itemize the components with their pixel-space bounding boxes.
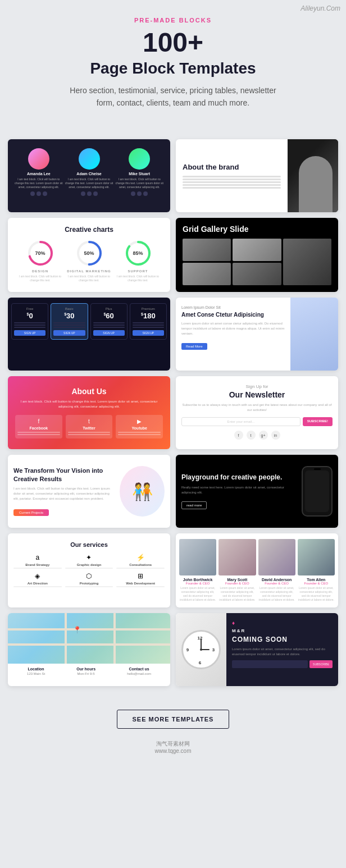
chart-item-2: 50% DIGITAL MARKETING I am text block. C… bbox=[65, 239, 113, 282]
pricing-signup-btn-1[interactable]: SIGN UP bbox=[14, 330, 45, 336]
team-members-row: Amanda Lee I am text block. Click will b… bbox=[13, 148, 165, 196]
chart-label-1: DESIGN bbox=[16, 269, 65, 273]
tm-photo-4 bbox=[298, 539, 335, 575]
pricing-lines-2 bbox=[53, 322, 85, 328]
map-location-label: Location bbox=[27, 667, 45, 671]
pricing-lines-3 bbox=[93, 322, 125, 328]
map-item-location: Location 123 Main St bbox=[27, 667, 45, 675]
tm-card-3: David Anderson Founder & CEO Lorem ipsum… bbox=[258, 539, 295, 602]
s-line bbox=[68, 434, 111, 435]
tm-card-2: Mary Scott Founder & CEO Lorem ipsum dol… bbox=[218, 539, 256, 602]
people-icon: 🧑‍🤝‍🧑 bbox=[132, 482, 153, 501]
s-line bbox=[118, 432, 161, 433]
clock-side: 12 3 6 9 bbox=[176, 613, 226, 686]
service-consultations: ⚡ Consultations bbox=[116, 554, 165, 569]
service-name-2: Graphic design bbox=[65, 563, 113, 567]
phone-mockup bbox=[302, 466, 333, 517]
p-line bbox=[133, 325, 164, 326]
chart-circle-1: 70% bbox=[26, 239, 54, 267]
pricing-signup-btn-4[interactable]: SIGN UP bbox=[133, 330, 164, 336]
youtube-icon: ▶ bbox=[118, 418, 161, 424]
chart-item-3: 85% SUPPORT I am text block. Click will … bbox=[113, 239, 162, 282]
coming-soon-text-area: ♦ M&R COMING SOON Lorem ipsum dolor sit … bbox=[226, 613, 338, 686]
member-2-desc: I am text block. Click will button to ch… bbox=[64, 177, 115, 189]
svg-text:9: 9 bbox=[186, 647, 189, 652]
map-footer: Location 123 Main St Our hours Mon-Fri 9… bbox=[8, 664, 170, 679]
pricing-col-plus: Plus $60 SIGN UP bbox=[90, 303, 128, 340]
member-3-socials bbox=[114, 191, 165, 196]
p-line bbox=[53, 322, 85, 323]
chart-percent-3: 85% bbox=[133, 250, 143, 256]
see-more-button[interactable]: SEE MORE TEMPLATES bbox=[117, 710, 229, 729]
map-card: 📍 Location 123 Main St Our hours Mon-Fri… bbox=[8, 613, 170, 686]
tm-photo-2 bbox=[218, 539, 256, 575]
chart-circle-2: 50% bbox=[75, 239, 103, 267]
nsocial-facebook[interactable]: f bbox=[234, 431, 243, 440]
gallery-cell-3 bbox=[283, 239, 331, 285]
tm-role-3: Founder & CEO bbox=[258, 582, 295, 585]
line-2 bbox=[183, 179, 281, 180]
social-dot bbox=[137, 191, 142, 196]
p-line bbox=[14, 325, 45, 326]
map-pin: 📍 bbox=[73, 626, 81, 634]
newsletter-desc: Subscribe to us to always stay in touch … bbox=[181, 403, 333, 413]
tm-card-1: John Borthwick Founder & CEO Lorem ipsum… bbox=[179, 539, 216, 602]
service-name-5: Prototyping bbox=[65, 582, 113, 585]
tm-desc-4: Lorem ipsum dolor sit amet, consectetur … bbox=[298, 586, 335, 602]
service-line-4 bbox=[13, 586, 62, 587]
service-art-direction: ◈ Art Direction bbox=[13, 572, 62, 587]
member-1-socials bbox=[13, 191, 64, 196]
social-dot bbox=[143, 191, 148, 196]
nsocial-instagram[interactable]: in bbox=[271, 431, 280, 440]
member-3-desc: I am text block. Click will button to ch… bbox=[114, 177, 165, 189]
nsocial-google[interactable]: g+ bbox=[259, 431, 268, 440]
member-3-name: Mike Stuart bbox=[114, 172, 165, 176]
playground-btn[interactable]: read more bbox=[181, 501, 207, 509]
map-contact-label: Contact us bbox=[127, 667, 151, 671]
newsletter-form: Enter your email... SUBSCRIBE! bbox=[181, 417, 333, 426]
map-area: 📍 bbox=[8, 613, 170, 664]
service-name-1: Brand Strategy bbox=[13, 563, 62, 567]
chart-label-2: DIGITAL MARKETING bbox=[65, 269, 113, 273]
chart-desc-2: I am text block. Click will button to ch… bbox=[65, 275, 113, 282]
plan-free-price: $0 bbox=[14, 312, 45, 320]
cs-form: SUBSCRIBE bbox=[232, 660, 333, 668]
map-hours-value: Mon-Fri 9-5 bbox=[76, 672, 95, 675]
cards-grid: Amanda Lee I am text block. Click will b… bbox=[0, 134, 346, 692]
tm-desc-2: Lorem ipsum dolor sit amet, consectetur … bbox=[218, 586, 256, 602]
service-line-2 bbox=[65, 568, 113, 569]
team-members-card: John Borthwick Founder & CEO Lorem ipsum… bbox=[176, 533, 338, 607]
playground-card: Playground for creative people. Really n… bbox=[176, 455, 338, 528]
social-facebook: f Facebook bbox=[15, 415, 62, 438]
s-line bbox=[17, 434, 60, 435]
line-5 bbox=[183, 187, 281, 189]
member-2-name: Adam Cheise bbox=[64, 172, 115, 176]
nsocial-twitter[interactable]: t bbox=[247, 431, 256, 440]
gallery-card: Grid Gallery Slide bbox=[176, 218, 338, 292]
pricing-signup-btn-3[interactable]: SIGN UP bbox=[93, 330, 125, 336]
chart-label-3: SUPPORT bbox=[113, 269, 162, 273]
newsletter-subscribe-btn[interactable]: SUBSCRIBE! bbox=[303, 417, 333, 426]
vision-btn[interactable]: Current Projects bbox=[13, 509, 49, 516]
gallery-cell-2 bbox=[233, 239, 281, 261]
cs-email-field[interactable] bbox=[232, 660, 308, 668]
cs-subscribe-btn[interactable]: SUBSCRIBE bbox=[309, 660, 333, 668]
newsletter-input[interactable]: Enter your email... bbox=[181, 417, 301, 426]
p-line bbox=[133, 327, 164, 328]
chart-desc-1: I am text block. Click will button to ch… bbox=[16, 275, 65, 282]
avatar-2 bbox=[79, 148, 100, 170]
plan-premium-price: $180 bbox=[133, 312, 164, 320]
svg-text:6: 6 bbox=[199, 660, 202, 665]
description: Hero section, testimonial, service, pric… bbox=[66, 84, 280, 109]
chart-percent-1: 70% bbox=[35, 250, 45, 256]
sub-title: Page Block Templates bbox=[11, 60, 335, 77]
brand-strategy-icon: a bbox=[13, 554, 62, 561]
pricing-signup-btn-2[interactable]: SIGN UP bbox=[53, 330, 85, 336]
lorem-big-title: Amet Conse Ctetur Adipisicing bbox=[181, 312, 285, 318]
about-brand-title: About the brand bbox=[183, 163, 281, 172]
graphic-design-icon: ✦ bbox=[65, 554, 113, 561]
lorem-read-more-btn[interactable]: Read More bbox=[181, 343, 207, 350]
chart-circle-3: 85% bbox=[124, 239, 152, 267]
social-dot bbox=[131, 191, 135, 196]
about-us-desc: I am text block. Click will button to ch… bbox=[13, 399, 165, 409]
